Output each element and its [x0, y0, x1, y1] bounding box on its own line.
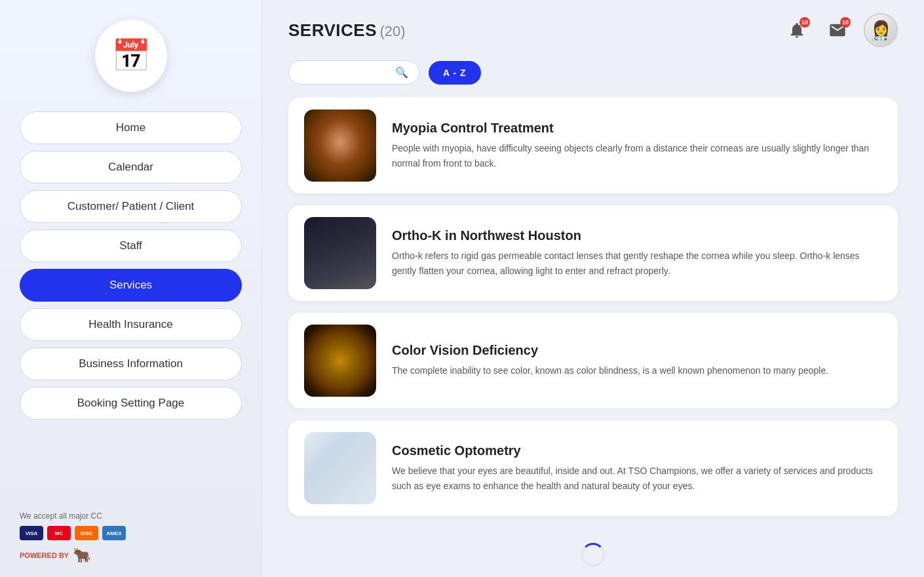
service-card-cosmetic-optometry[interactable]: Cosmetic OptometryWe believe that your e…	[288, 420, 898, 516]
topbar-right: 10 10 👩‍⚕️	[782, 13, 898, 47]
service-desc-ortho-k: Ortho-k refers to rigid gas permeable co…	[392, 249, 882, 278]
az-sort-button[interactable]: A - Z	[429, 61, 481, 85]
sidebar-item-home[interactable]: Home	[20, 111, 242, 144]
main-content: SERVICES (20) 10 10 👩‍⚕️ �	[262, 0, 924, 577]
amex-icon: AMEX	[102, 526, 126, 540]
nav-list: HomeCalendarCustomer/ Patient / ClientSt…	[20, 111, 242, 498]
service-desc-cosmetic-optometry: We believe that your eyes are beautiful,…	[392, 464, 882, 493]
service-desc-color-vision: The complete inability to see color, kno…	[392, 363, 882, 378]
search-box[interactable]: 🔍	[288, 60, 419, 85]
page-title-area: SERVICES (20)	[288, 20, 406, 41]
service-info-color-vision: Color Vision DeficiencyThe complete inab…	[392, 343, 882, 378]
service-info-ortho-k: Ortho-K in Northwest HoustonOrtho-k refe…	[392, 228, 882, 278]
sidebar-footer: We accept all major CC VISA MC DISC AMEX…	[20, 498, 242, 564]
service-name-cosmetic-optometry: Cosmetic Optometry	[392, 443, 882, 458]
powered-by-label: POWERED BY	[20, 551, 69, 559]
mastercard-icon: MC	[47, 526, 71, 540]
loading-spinner	[581, 543, 605, 567]
discover-icon: DISC	[75, 526, 98, 540]
sidebar-item-health-insurance[interactable]: Health Insurance	[20, 308, 242, 341]
service-desc-myopia: People with myopia, have difficulty seei…	[392, 141, 882, 170]
avatar[interactable]: 👩‍⚕️	[864, 13, 898, 47]
notifications-badge: 10	[799, 17, 810, 28]
messages-button[interactable]: 10	[823, 16, 852, 45]
service-thumb-color-vision	[304, 325, 376, 397]
sidebar-item-business-information[interactable]: Business Information	[20, 348, 242, 380]
messages-badge: 10	[840, 17, 851, 28]
logo-circle: 📅	[95, 20, 167, 92]
service-card-ortho-k[interactable]: Ortho-K in Northwest HoustonOrtho-k refe…	[288, 205, 898, 301]
service-thumb-cosmetic-optometry	[304, 432, 376, 504]
powered-by: POWERED BY 🐂	[20, 547, 242, 564]
topbar: SERVICES (20) 10 10 👩‍⚕️	[262, 0, 924, 60]
service-name-myopia: Myopia Control Treatment	[392, 121, 882, 136]
sidebar-item-calendar[interactable]: Calendar	[20, 151, 242, 184]
loading-area	[262, 532, 924, 577]
service-info-myopia: Myopia Control TreatmentPeople with myop…	[392, 121, 882, 170]
avatar-image: 👩‍⚕️	[865, 14, 896, 46]
services-list: Myopia Control TreatmentPeople with myop…	[262, 98, 924, 532]
sidebar-item-booking-setting[interactable]: Booking Setting Page	[20, 387, 242, 420]
search-icon: 🔍	[395, 66, 408, 79]
search-input[interactable]	[299, 68, 390, 78]
service-thumb-myopia	[304, 109, 376, 182]
service-thumb-ortho-k	[304, 217, 376, 289]
sidebar-item-services[interactable]: Services	[20, 269, 242, 302]
sidebar-item-customer[interactable]: Customer/ Patient / Client	[20, 190, 242, 223]
page-count: (20)	[379, 23, 405, 39]
accept-cc-text: We accept all major CC	[20, 511, 242, 521]
service-name-color-vision: Color Vision Deficiency	[392, 343, 882, 358]
service-card-color-vision[interactable]: Color Vision DeficiencyThe complete inab…	[288, 313, 898, 408]
bull-icon: 🐂	[73, 547, 90, 564]
logo-icon: 📅	[111, 37, 151, 74]
notifications-button[interactable]: 10	[782, 16, 811, 45]
service-card-myopia[interactable]: Myopia Control TreatmentPeople with myop…	[288, 98, 898, 193]
cc-icons-group: VISA MC DISC AMEX	[20, 526, 242, 540]
toolbar: 🔍 A - Z	[262, 60, 924, 98]
sidebar: 📅 HomeCalendarCustomer/ Patient / Client…	[0, 0, 262, 577]
page-title: SERVICES	[288, 20, 377, 40]
sidebar-item-staff[interactable]: Staff	[20, 229, 242, 262]
service-name-ortho-k: Ortho-K in Northwest Houston	[392, 228, 882, 243]
service-info-cosmetic-optometry: Cosmetic OptometryWe believe that your e…	[392, 443, 882, 493]
visa-icon: VISA	[20, 526, 43, 540]
